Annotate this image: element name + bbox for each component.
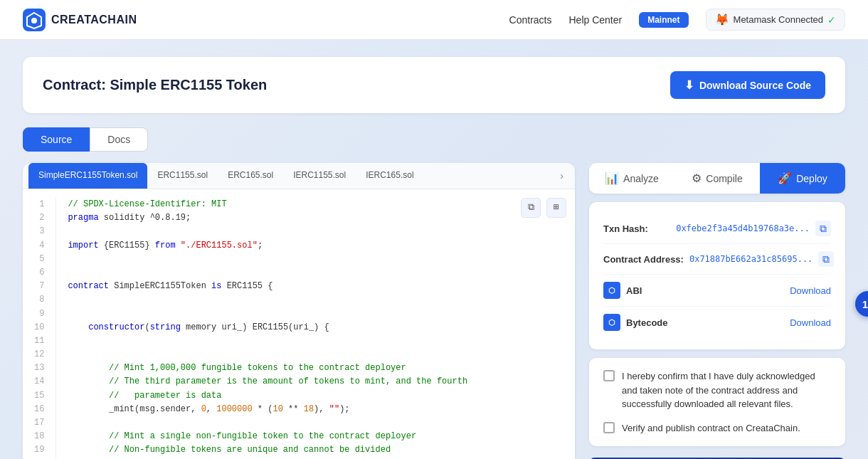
navbar: CREATACHAIN Contracts Help Center Mainne… [0, 0, 868, 40]
bytecode-icon: ⬡ [603, 314, 620, 331]
download-source-btn[interactable]: ⬇ Download Source Code [670, 71, 825, 99]
tab-deploy-label: Deploy [796, 173, 827, 184]
abi-left: ⬡ ABI [603, 282, 642, 299]
right-panel: 📊 Analyze ⚙ Compile 🚀 Deploy Txn [589, 163, 845, 459]
file-tab-4[interactable]: IERC165.sol [356, 163, 423, 189]
tab-docs[interactable]: Docs [90, 127, 148, 152]
bytecode-row: ⬡ Bytecode Download [603, 307, 831, 338]
tab-analyze-label: Analyze [623, 173, 659, 184]
tab-compile-label: Compile [706, 173, 742, 184]
metamask-label: Metamask Connected [734, 14, 823, 25]
check-icon: ✓ [827, 14, 836, 26]
code-panel: SimpleERC1155Token.sol ERC1155.sol ERC16… [23, 163, 575, 459]
step-bubble-14: 14 [855, 291, 868, 317]
tab-deploy[interactable]: 🚀 Deploy [760, 163, 845, 194]
code-content: // SPDX-License-Identifier: MIT pragma s… [56, 198, 575, 459]
analyze-icon: 📊 [605, 172, 619, 185]
metamask-connected: 🦊 Metamask Connected ✓ [706, 9, 845, 31]
tab-source[interactable]: Source [23, 127, 90, 152]
view-tabs: Source Docs [23, 127, 845, 152]
action-tabs: 📊 Analyze ⚙ Compile 🚀 Deploy [589, 163, 845, 194]
tab-analyze[interactable]: 📊 Analyze [589, 163, 674, 194]
code-toolbar: ⧉ ⊞ [521, 198, 566, 218]
contract-address-value-row: 0x71887bE662a31c85695... ⧉ [689, 251, 834, 267]
abi-label: ABI [626, 285, 642, 296]
file-tab-3[interactable]: IERC1155.sol [283, 163, 356, 189]
view-toggle-btn[interactable]: ⊞ [546, 198, 566, 218]
deploy-icon: 🚀 [778, 172, 792, 185]
confirm-checkbox-item: I hereby confirm that I have duly acknow… [603, 369, 831, 411]
download-icon: ⬇ [684, 78, 694, 92]
compile-icon: ⚙ [692, 172, 702, 185]
download-btn-label: Download Source Code [699, 80, 811, 91]
txn-hash-value: 0xfebe2f3a45d4b19768a3e... [676, 223, 810, 233]
main-content: Contract: Simple ERC1155 Token ⬇ Downloa… [0, 40, 868, 459]
copy-contract-address-btn[interactable]: ⧉ [818, 251, 834, 267]
logo: CREATACHAIN [23, 9, 137, 31]
verify-text: Verify and publish contract on CreataCha… [622, 421, 800, 436]
abi-download-btn[interactable]: Download [790, 285, 831, 296]
file-tab-2[interactable]: ERC165.sol [218, 163, 283, 189]
contract-title: Contract: Simple ERC1155 Token [43, 77, 267, 93]
verify-checkbox-item: Verify and publish contract on CreataCha… [603, 421, 831, 436]
tab-compile[interactable]: ⚙ Compile [674, 163, 760, 194]
logo-text: CREATACHAIN [51, 14, 137, 26]
contract-address-label: Contract Address: [603, 254, 684, 265]
bytecode-left: ⬡ Bytecode [603, 314, 668, 331]
bubble-14-label: 14 [862, 298, 868, 310]
content-grid: SimpleERC1155Token.sol ERC1155.sol ERC16… [23, 163, 845, 459]
bytecode-label: Bytecode [626, 317, 668, 328]
file-tabs: SimpleERC1155Token.sol ERC1155.sol ERC16… [23, 163, 575, 189]
metamask-emoji: 🦊 [715, 13, 729, 26]
logo-icon [23, 9, 46, 31]
nav-right: Contracts Help Center Mainnet 🦊 Metamask… [509, 9, 845, 31]
verify-checkbox[interactable] [603, 422, 615, 433]
txn-hash-row: Txn Hash: 0xfebe2f3a45d4b19768a3e... ⧉ [603, 213, 831, 244]
code-area: 12345 678910 1112131415 1617181920 2122 … [23, 189, 575, 459]
contract-address-row: Contract Address: 0x71887bE662a31c85695.… [603, 244, 831, 275]
bytecode-download-btn[interactable]: Download [790, 317, 831, 328]
deploy-info-card: Txn Hash: 0xfebe2f3a45d4b19768a3e... ⧉ C… [589, 202, 845, 349]
file-tabs-arrow[interactable]: › [554, 164, 569, 187]
confirm-checkbox[interactable] [603, 370, 615, 381]
abi-icon: ⬡ [603, 282, 620, 299]
nav-help-center[interactable]: Help Center [569, 14, 623, 26]
txn-hash-label: Txn Hash: [603, 223, 648, 234]
network-badge: Mainnet [639, 12, 688, 28]
copy-txn-hash-btn[interactable]: ⧉ [815, 221, 831, 236]
file-tab-0[interactable]: SimpleERC1155Token.sol [28, 163, 147, 189]
abi-row: ⬡ ABI Download [603, 275, 831, 307]
copy-code-btn[interactable]: ⧉ [521, 198, 541, 218]
line-numbers: 12345 678910 1112131415 1617181920 2122 [23, 198, 56, 459]
contract-address-value: 0x71887bE662a31c85695... [689, 254, 813, 264]
confirm-text: I hereby confirm that I have duly acknow… [622, 369, 831, 411]
svg-point-2 [31, 18, 37, 23]
nav-contracts[interactable]: Contracts [509, 14, 552, 26]
checkbox-section: I hereby confirm that I have duly acknow… [589, 358, 845, 446]
contract-header: Contract: Simple ERC1155 Token ⬇ Downloa… [23, 57, 845, 113]
txn-hash-value-row: 0xfebe2f3a45d4b19768a3e... ⧉ [676, 221, 831, 236]
file-tab-1[interactable]: ERC1155.sol [147, 163, 218, 189]
